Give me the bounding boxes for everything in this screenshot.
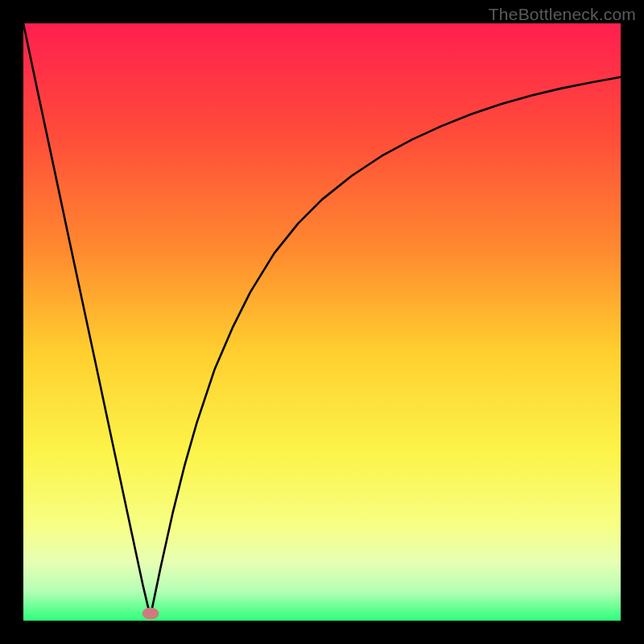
watermark-text: TheBottleneck.com bbox=[489, 5, 636, 24]
gradient-background bbox=[23, 23, 621, 621]
bottleneck-curve-chart bbox=[23, 23, 621, 621]
chart-frame: TheBottleneck.com bbox=[0, 0, 644, 644]
minimum-marker bbox=[142, 608, 159, 620]
